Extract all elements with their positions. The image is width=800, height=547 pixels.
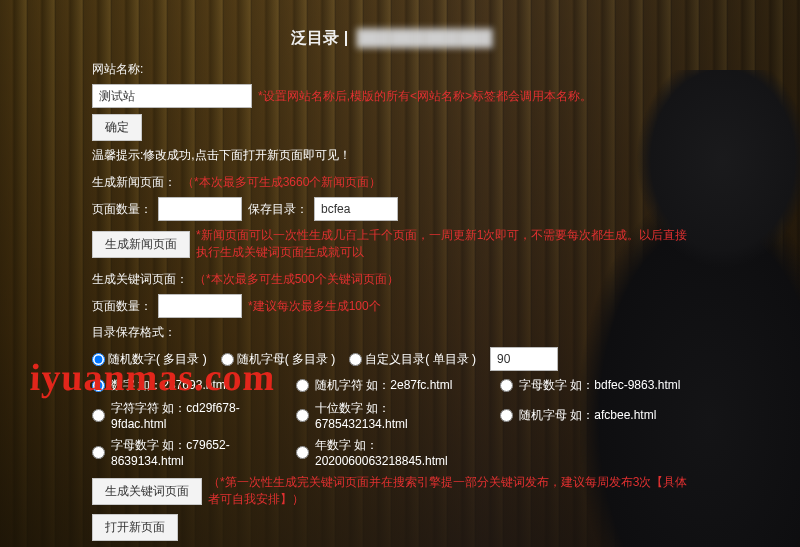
name-option-label: 字母数字 如：bdfec-9863.html	[519, 377, 680, 394]
name-radio[interactable]	[500, 379, 513, 392]
kw-dir-options-row: 随机数字( 多目录 ) 随机字母( 多目录 ) 自定义目录( 单目录 )	[92, 347, 692, 371]
name-option-charchar[interactable]: 字符字符 如：cd29f678-9fdac.html	[92, 400, 278, 431]
kw-count-label: 页面数量：	[92, 298, 152, 315]
name-option-label: 随机字母 如：afcbee.html	[519, 407, 656, 424]
news-title-hint: （*本次最多可生成3660个新闻页面）	[182, 174, 381, 191]
news-dir-input[interactable]	[314, 197, 398, 221]
site-name-label: 网站名称:	[92, 61, 143, 78]
name-option-randchars[interactable]: 随机字符 如：2e87fc.html	[296, 377, 482, 394]
kw-gen-hint: （*第一次性生成完关键词页面并在搜索引擎提一部分关键词发布，建议每周发布3次【具…	[208, 474, 692, 508]
site-name-input[interactable]	[92, 84, 252, 108]
name-option-label: 随机字符 如：2e87fc.html	[315, 377, 452, 394]
site-name-input-row: *设置网站名称后,模版的所有<网站名称>标签都会调用本名称。	[92, 84, 692, 108]
name-radio[interactable]	[500, 409, 513, 422]
name-radio[interactable]	[296, 409, 309, 422]
name-radio[interactable]	[92, 409, 105, 422]
site-name-hint: *设置网站名称后,模版的所有<网站名称>标签都会调用本名称。	[258, 88, 592, 105]
title-lead: 泛目录 |	[291, 29, 348, 46]
name-radio[interactable]	[92, 379, 105, 392]
dir-radio-random-digits[interactable]	[92, 353, 105, 366]
dir-radio-custom[interactable]	[349, 353, 362, 366]
name-option-label: 十位数字 如：6785432134.html	[315, 400, 482, 431]
name-option-year-digits[interactable]: 年数字 如：2020060063218845.html	[296, 437, 482, 468]
dir-radio-random-letters[interactable]	[221, 353, 234, 366]
kw-name-options-grid: 数字 如：237693.html 随机字符 如：2e87fc.html 字母数字…	[92, 377, 692, 468]
success-tip: 温馨提示:修改成功,点击下面打开新页面即可见！	[92, 147, 351, 164]
kw-title-row: 生成关键词页面： （*本次最多可生成500个关键词页面）	[92, 271, 692, 288]
confirm-button[interactable]: 确定	[92, 114, 142, 141]
kw-title-hint: （*本次最多可生成500个关键词页面）	[194, 271, 399, 288]
dir-option-label: 随机数字( 多目录 )	[108, 351, 207, 368]
custom-dir-input[interactable]	[490, 347, 558, 371]
kw-count-input[interactable]	[158, 294, 242, 318]
kw-count-hint: *建议每次最多生成100个	[248, 298, 381, 315]
news-params-row: 页面数量： 保存目录：	[92, 197, 692, 221]
news-count-label: 页面数量：	[92, 201, 152, 218]
news-count-input[interactable]	[158, 197, 242, 221]
news-gen-row: 生成新闻页面 *新闻页面可以一次性生成几百上千个页面，一周更新1次即可，不需要每…	[92, 227, 692, 261]
kw-fmt-label-row: 目录保存格式：	[92, 324, 692, 341]
news-dir-label: 保存目录：	[248, 201, 308, 218]
dir-option-random-letters[interactable]: 随机字母( 多目录 )	[221, 351, 336, 368]
dir-option-custom[interactable]: 自定义目录( 单目录 )	[349, 351, 476, 368]
name-option-label: 字母数字 如：c79652-8639134.html	[111, 437, 278, 468]
kw-gen-row: 生成关键词页面 （*第一次性生成完关键词页面并在搜索引擎提一部分关键词发布，建议…	[92, 474, 692, 508]
name-option-label: 数字 如：237693.html	[111, 377, 228, 394]
site-name-row: 网站名称:	[92, 61, 692, 78]
site-name-confirm-row: 确定	[92, 114, 692, 141]
main-panel: 泛目录 | ████████████ 网站名称: *设置网站名称后,模版的所有<…	[92, 28, 692, 547]
kw-title: 生成关键词页面：	[92, 271, 188, 288]
generate-news-button[interactable]: 生成新闻页面	[92, 231, 190, 258]
name-option-ten-digits[interactable]: 十位数字 如：6785432134.html	[296, 400, 482, 431]
page-title: 泛目录 | ████████████	[92, 28, 692, 49]
news-title-row: 生成新闻页面： （*本次最多可生成3660个新闻页面）	[92, 174, 692, 191]
open-new-page-button[interactable]: 打开新页面	[92, 514, 178, 541]
kw-count-row: 页面数量： *建议每次最多生成100个	[92, 294, 692, 318]
dir-option-label: 自定义目录( 单目录 )	[365, 351, 476, 368]
title-blurred: ████████████	[357, 29, 493, 47]
name-option-alnum1[interactable]: 字母数字 如：bdfec-9863.html	[500, 377, 686, 394]
name-radio[interactable]	[296, 379, 309, 392]
success-tip-row: 温馨提示:修改成功,点击下面打开新页面即可见！	[92, 147, 692, 164]
generate-keyword-button[interactable]: 生成关键词页面	[92, 478, 202, 505]
kw-fmt-label: 目录保存格式：	[92, 324, 176, 341]
name-radio[interactable]	[92, 446, 105, 459]
news-title: 生成新闻页面：	[92, 174, 176, 191]
dir-option-label: 随机字母( 多目录 )	[237, 351, 336, 368]
open-page-row: 打开新页面	[92, 514, 692, 541]
name-option-digits[interactable]: 数字 如：237693.html	[92, 377, 278, 394]
name-option-label: 字符字符 如：cd29f678-9fdac.html	[111, 400, 278, 431]
name-option-randletters[interactable]: 随机字母 如：afcbee.html	[500, 400, 686, 431]
news-gen-hint: *新闻页面可以一次性生成几百上千个页面，一周更新1次即可，不需要每次都生成。以后…	[196, 227, 692, 261]
name-option-alnum2[interactable]: 字母数字 如：c79652-8639134.html	[92, 437, 278, 468]
dir-option-random-digits[interactable]: 随机数字( 多目录 )	[92, 351, 207, 368]
name-option-label: 年数字 如：2020060063218845.html	[315, 437, 482, 468]
name-radio[interactable]	[296, 446, 309, 459]
